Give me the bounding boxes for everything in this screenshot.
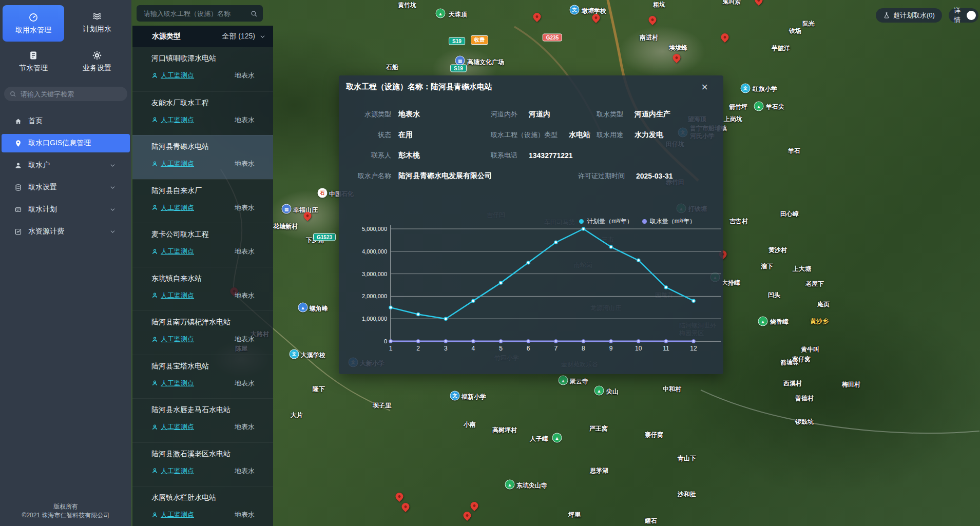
map-marker-peak-green[interactable]: ▲ [763, 321, 773, 331]
monitor-type-label[interactable]: 人工监测点 [161, 510, 194, 519]
monitor-type-label[interactable]: 人工监测点 [161, 291, 194, 300]
station-name: 陆河县自来水厂 [151, 186, 255, 196]
search-icon [9, 90, 16, 98]
map-marker-red-pin[interactable] [464, 512, 471, 519]
chevron-down-icon[interactable] [259, 33, 266, 40]
person-icon [151, 72, 158, 79]
water-source-type: 地表水 [235, 335, 255, 344]
sidebar-item-label: 取水设置 [28, 183, 57, 192]
sidebar-item-label: 取水口GIS信息管理 [28, 139, 91, 148]
list-item[interactable]: 陆河县水唇走马石水电站人工监测点地表水 [132, 398, 273, 442]
monitor-type-label[interactable]: 人工监测点 [161, 115, 194, 125]
field-label: 许可证过期时间 [578, 171, 625, 181]
list-item[interactable]: 水唇镇水栏肚水电站人工监测点地表水 [132, 486, 273, 526]
map-marker-red-pin[interactable] [755, 0, 763, 4]
monitor-type-label[interactable]: 人工监测点 [161, 203, 194, 212]
list-filter-header[interactable]: 水源类型 全部 (125) [132, 26, 273, 47]
person-icon [151, 424, 158, 431]
list-item[interactable]: 陆河县自来水厂人工监测点地表水 [132, 179, 273, 223]
app-root: 黄竹坑天珠顶石船高塘文化广场墩塘学校粗坑南进村埃垅蜂芋陂洋阮光铁场鬼叫岽红旗小学… [0, 0, 980, 526]
sidebar-search-box[interactable] [4, 87, 127, 101]
sidebar-item-4[interactable]: 取水设置 [2, 178, 130, 197]
map-marker-school-cyan[interactable]: 文 [294, 354, 304, 364]
field-pair: 联系人彭木桃 [347, 151, 491, 160]
map-marker-peak-green[interactable]: ▲ [510, 484, 520, 494]
map-marker-red-pin[interactable] [649, 16, 657, 24]
map-marker-school-blue[interactable]: 文 [455, 396, 465, 405]
chart-legend: 计划量（m³/年）取水量（m³/年） [579, 217, 696, 226]
map-marker-peak-green[interactable]: ▲ [557, 438, 567, 447]
monitor-type-label[interactable]: 人工监测点 [161, 466, 194, 476]
map-marker-red-pin[interactable] [721, 33, 729, 41]
water-source-type: 地表水 [235, 422, 255, 432]
map-marker-peak-green[interactable]: ▲ [599, 391, 609, 400]
station-name: 友能水厂取水工程 [151, 99, 255, 108]
map-label: 田心嶂 [780, 210, 799, 219]
list-item[interactable]: 陆河县宝塔水电站人工监测点地表水 [132, 355, 273, 399]
sidebar-item-2[interactable]: 取水口GIS信息管理 [2, 134, 130, 152]
map-marker-red-pin[interactable] [396, 493, 403, 500]
map-label: 溜下 [761, 262, 773, 271]
water-source-type: 地表水 [235, 71, 255, 80]
monitor-type-label[interactable]: 人工监测点 [161, 422, 194, 432]
toggle-knob[interactable] [967, 11, 976, 20]
monitor-type-label[interactable]: 人工监测点 [161, 335, 194, 344]
close-icon[interactable]: × [701, 82, 708, 93]
list-item[interactable]: 陆河县激石溪老区水电站人工监测点地表水 [132, 442, 273, 486]
over-plan-intake-button[interactable]: 超计划取水(0) [876, 8, 942, 23]
monitor-type-label[interactable]: 人工监测点 [161, 71, 194, 80]
list-item[interactable]: 麦卡公司取水工程人工监测点地表水 [132, 223, 273, 267]
map-label: 庵页 [817, 300, 830, 309]
map-marker-peak-green[interactable]: ▲ [563, 380, 573, 390]
map-marker-red-pin[interactable] [402, 503, 410, 511]
station-search-box[interactable] [137, 5, 263, 22]
person-icon [151, 467, 158, 474]
map-marker-red-pin[interactable] [533, 13, 541, 21]
map-marker-red-pin[interactable] [592, 14, 600, 22]
water-source-type: 地表水 [235, 466, 255, 476]
sidebar-item-6[interactable]: 水资源计费 [2, 222, 130, 241]
module-3[interactable]: 节水管理 [3, 45, 64, 78]
module-2[interactable]: 计划用水 [66, 6, 128, 39]
monitor-type-label[interactable]: 人工监测点 [161, 379, 194, 388]
svg-text:5,000,000: 5,000,000 [362, 226, 387, 232]
sidebar-item-5[interactable]: 取水计划 [2, 200, 130, 219]
sidebar-menu: 首页取水口GIS信息管理取水户取水设置取水计划水资源计费 [0, 112, 131, 244]
map-marker-gas-station[interactable]: 石 [322, 193, 332, 203]
list-item[interactable]: 陆河县南万镇杞洋水电站人工监测点地表水 [132, 310, 273, 355]
chevron-down-icon[interactable] [109, 184, 116, 191]
detail-toggle[interactable]: 详情 [949, 8, 978, 23]
map-marker-red-pin[interactable] [304, 212, 312, 220]
list-item[interactable]: 陆河县青磜水电站人工监测点地表水 [132, 135, 273, 179]
chevron-down-icon[interactable] [109, 206, 116, 213]
map-marker-red-pin[interactable] [471, 502, 478, 510]
map-label: 花塘新村 [273, 222, 298, 231]
legend-item[interactable]: 计划量（m³/年） [579, 217, 632, 226]
sidebar-search-input[interactable] [20, 90, 122, 99]
list-item[interactable]: 河口镇唱歌潭水电站人工监测点地表水 [132, 47, 273, 91]
monitor-type-label[interactable]: 人工监测点 [161, 247, 194, 256]
module-4[interactable]: 业务设置 [66, 45, 128, 78]
list-item[interactable]: 东坑镇自来水站人工监测点地表水 [132, 267, 273, 311]
person-icon [151, 380, 158, 386]
filter-value[interactable]: 全部 (125) [222, 32, 255, 41]
map-marker-school-cyan[interactable]: 文 [745, 88, 755, 98]
waves-icon [92, 11, 102, 22]
list-item[interactable]: 友能水厂取水工程人工监测点地表水 [132, 91, 273, 135]
legend-item[interactable]: 取水量（m³/年） [642, 217, 696, 226]
chevron-down-icon[interactable] [109, 228, 116, 235]
map-marker-red-pin[interactable] [673, 54, 681, 62]
station-search-input[interactable] [143, 9, 250, 18]
search-icon[interactable] [250, 10, 258, 17]
field-value: 河道内生产 [635, 110, 670, 119]
map-marker-school-blue[interactable]: 文 [574, 10, 584, 20]
sidebar-item-3[interactable]: 取水户 [2, 156, 130, 174]
sidebar-item-1[interactable]: 首页 [2, 112, 130, 130]
monitor-type-label[interactable]: 人工监测点 [161, 159, 194, 168]
chevron-down-icon[interactable] [109, 162, 116, 169]
map-marker-peak-blue[interactable]: ▲ [303, 307, 313, 317]
map-marker-peak-green[interactable]: ▲ [440, 13, 450, 23]
module-1[interactable]: 取用水管理 [3, 5, 64, 42]
map-marker-poi-blue[interactable]: ▦ [286, 209, 296, 219]
map-marker-peak-green[interactable]: ▲ [759, 106, 768, 116]
